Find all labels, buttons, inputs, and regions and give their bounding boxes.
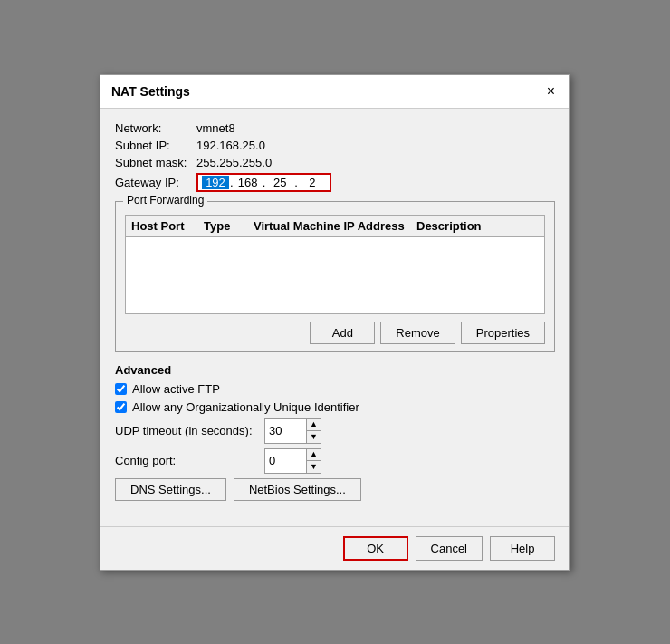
- udp-timeout-spin-buttons: ▲ ▼: [306, 419, 321, 443]
- settings-buttons: DNS Settings... NetBios Settings...: [115, 478, 555, 501]
- udp-timeout-down-button[interactable]: ▼: [307, 431, 321, 443]
- gateway-octet-3[interactable]: [266, 176, 293, 189]
- udp-timeout-spinner: ▲ ▼: [264, 418, 321, 444]
- config-port-row: Config port: ▲ ▼: [115, 448, 555, 474]
- config-port-spinner: ▲ ▼: [264, 448, 321, 474]
- gateway-ip-field: . . .: [196, 173, 331, 192]
- title-bar: NAT Settings ×: [100, 75, 570, 109]
- dns-settings-button[interactable]: DNS Settings...: [115, 478, 226, 501]
- cancel-button[interactable]: Cancel: [416, 536, 483, 561]
- config-port-input[interactable]: [265, 449, 306, 473]
- gateway-octet-1[interactable]: [202, 176, 229, 189]
- subnet-ip-row: Subnet IP: 192.168.25.0: [115, 139, 555, 152]
- dialog-title: NAT Settings: [111, 84, 190, 99]
- remove-button[interactable]: Remove: [380, 322, 455, 344]
- config-port-label: Config port:: [115, 454, 264, 467]
- col-type: Type: [204, 219, 254, 233]
- properties-button[interactable]: Properties: [461, 322, 545, 344]
- allow-oui-checkbox[interactable]: [115, 401, 127, 413]
- col-description: Description: [416, 219, 539, 233]
- allow-ftp-checkbox[interactable]: [115, 383, 127, 395]
- gateway-octet-4[interactable]: [299, 176, 326, 189]
- subnet-ip-value: 192.168.25.0: [196, 139, 265, 152]
- subnet-ip-label: Subnet IP:: [115, 139, 196, 152]
- udp-timeout-up-button[interactable]: ▲: [307, 419, 321, 431]
- subnet-mask-value: 255.255.255.0: [196, 156, 272, 169]
- udp-timeout-input[interactable]: [265, 419, 306, 443]
- subnet-mask-row: Subnet mask: 255.255.255.0: [115, 156, 555, 169]
- advanced-section: Advanced Allow active FTP Allow any Orga…: [115, 363, 555, 501]
- col-vm-ip: Virtual Machine IP Address: [254, 219, 416, 233]
- allow-oui-row: Allow any Organizationally Unique Identi…: [115, 400, 555, 414]
- advanced-label: Advanced: [115, 363, 555, 377]
- port-forwarding-table: Host Port Type Virtual Machine IP Addres…: [125, 215, 545, 314]
- config-port-up-button[interactable]: ▲: [307, 449, 321, 461]
- gateway-row: Gateway IP: . . .: [115, 173, 555, 192]
- dialog-content: Network: vmnet8 Subnet IP: 192.168.25.0 …: [100, 109, 570, 526]
- config-port-down-button[interactable]: ▼: [307, 461, 321, 473]
- config-port-spin-buttons: ▲ ▼: [306, 449, 321, 473]
- network-row: Network: vmnet8: [115, 121, 555, 135]
- help-button[interactable]: Help: [490, 536, 555, 561]
- port-forwarding-group: Port Forwarding Host Port Type Virtual M…: [115, 201, 555, 352]
- udp-timeout-row: UDP timeout (in seconds): ▲ ▼: [115, 418, 555, 444]
- port-forwarding-label: Port Forwarding: [123, 194, 207, 207]
- subnet-mask-label: Subnet mask:: [115, 156, 196, 169]
- allow-ftp-row: Allow active FTP: [115, 382, 555, 396]
- gateway-ip-label: Gateway IP:: [115, 176, 196, 189]
- gateway-dot-3: .: [294, 176, 298, 189]
- table-body: [126, 237, 544, 301]
- add-button[interactable]: Add: [310, 322, 375, 344]
- col-host-port: Host Port: [131, 219, 204, 233]
- udp-timeout-label: UDP timeout (in seconds):: [115, 424, 264, 437]
- ok-button[interactable]: OK: [343, 536, 408, 561]
- allow-oui-label: Allow any Organizationally Unique Identi…: [132, 400, 359, 414]
- gateway-octet-2[interactable]: [234, 176, 262, 189]
- network-value: vmnet8: [196, 121, 235, 135]
- close-button[interactable]: ×: [543, 82, 559, 101]
- nat-settings-dialog: NAT Settings × Network: vmnet8 Subnet IP…: [100, 74, 570, 571]
- allow-ftp-label: Allow active FTP: [132, 382, 220, 396]
- dialog-footer: OK Cancel Help: [100, 526, 570, 570]
- port-forwarding-buttons: Add Remove Properties: [125, 322, 545, 344]
- table-header: Host Port Type Virtual Machine IP Addres…: [126, 216, 544, 237]
- netbios-settings-button[interactable]: NetBios Settings...: [234, 478, 361, 501]
- gateway-dot-1: .: [230, 176, 234, 189]
- network-label: Network:: [115, 121, 196, 135]
- gateway-dot-2: .: [263, 176, 266, 189]
